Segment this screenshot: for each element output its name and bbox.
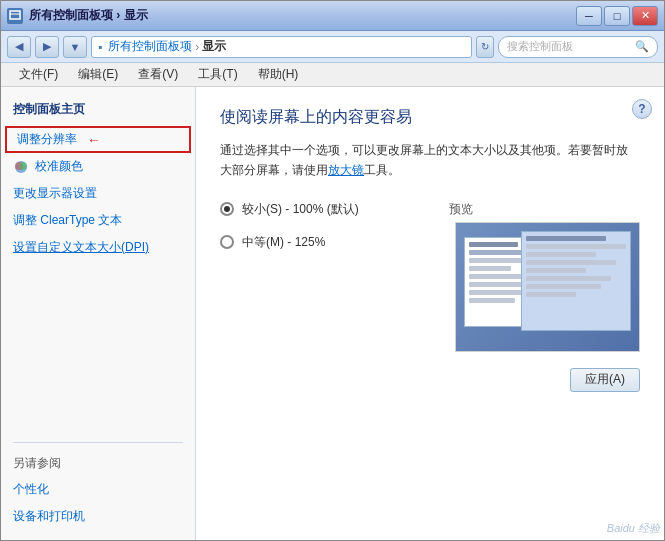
search-placeholder: 搜索控制面板 [507,39,635,54]
title-bar-left: 所有控制面板项 › 显示 [7,7,148,24]
window-controls: ─ □ ✕ [576,6,658,26]
sidebar-item-resolution[interactable]: 调整分辨率 ← [5,126,191,153]
desc-text2: 大部分屏幕，请使用 [220,163,328,177]
option-small[interactable]: 较小(S) - 100% (默认) [220,201,440,218]
sidebar-item-color[interactable]: 校准颜色 [1,153,195,180]
sidebar-also-section: 另请参阅 [1,451,195,476]
forward-button[interactable]: ▶ [35,36,59,58]
desc-text1: 通过选择其中一个选项，可以更改屏幕上的文本大小以及其他项。若要暂时放 [220,143,628,157]
option-medium[interactable]: 中等(M) - 125% [220,234,440,251]
radio-medium-circle[interactable] [220,235,234,249]
radio-small-circle[interactable] [220,202,234,216]
menu-view[interactable]: 查看(V) [130,64,186,85]
radio-group: 较小(S) - 100% (默认) 中等(M) - 125% [220,201,435,251]
menu-file[interactable]: 文件(F) [11,64,66,85]
sidebar-title: 控制面板主页 [1,97,195,126]
option-medium-label: 中等(M) - 125% [242,234,325,251]
sidebar-item-dpi[interactable]: 设置自定义文本大小(DPI) [1,234,195,261]
sidebar-personalize[interactable]: 个性化 [1,476,195,503]
path-middle[interactable]: 所有控制面板项 [108,38,192,55]
preview-container: 较小(S) - 100% (默认) 中等(M) - 125% 预览 [220,201,640,352]
path-current: 显示 [202,38,226,55]
menu-tools[interactable]: 工具(T) [190,64,245,85]
apply-row: 应用(A) [220,368,640,392]
preview-image [455,222,640,352]
watermark: Baidu 经验 [607,521,660,536]
dropdown-button[interactable]: ▼ [63,36,87,58]
search-box[interactable]: 搜索控制面板 🔍 [498,36,658,58]
sidebar-item-monitor[interactable]: 更改显示器设置 [1,180,195,207]
apply-button[interactable]: 应用(A) [570,368,640,392]
option-small-label: 较小(S) - 100% (默认) [242,201,359,218]
window-icon [7,8,23,24]
sidebar-dpi-label: 设置自定义文本大小(DPI) [13,239,149,256]
address-path: ▪ 所有控制面板项 › 显示 [91,36,472,58]
arrow-icon: ← [87,132,101,148]
content-description: 通过选择其中一个选项，可以更改屏幕上的文本大小以及其他项。若要暂时放 大部分屏幕… [220,140,640,181]
title-text: 所有控制面板项 › 显示 [29,7,148,24]
minimize-button[interactable]: ─ [576,6,602,26]
svg-point-4 [19,162,27,170]
sidebar-color-label: 校准颜色 [35,158,83,175]
address-bar: ◀ ▶ ▼ ▪ 所有控制面板项 › 显示 ↻ 搜索控制面板 🔍 [1,31,664,63]
path-separator: › [195,40,199,54]
path-icon: ▪ [98,40,102,54]
back-button[interactable]: ◀ [7,36,31,58]
menu-help[interactable]: 帮助(H) [250,64,307,85]
sidebar-devices[interactable]: 设备和打印机 [1,503,195,530]
main-content: 控制面板主页 调整分辨率 ← 校准颜色 更改显示器设置 [1,87,664,540]
desc-link[interactable]: 放大镜 [328,163,364,177]
refresh-button[interactable]: ↻ [476,36,494,58]
title-bar: 所有控制面板项 › 显示 ─ □ ✕ [1,1,664,31]
search-icon[interactable]: 🔍 [635,40,649,53]
sidebar: 控制面板主页 调整分辨率 ← 校准颜色 更改显示器设置 [1,87,196,540]
svg-rect-0 [10,11,20,19]
content-title: 使阅读屏幕上的内容更容易 [220,107,640,128]
sidebar-cleartype-label: 调整 ClearType 文本 [13,212,122,229]
preview-page-front [521,231,631,331]
sidebar-monitor-label: 更改显示器设置 [13,185,97,202]
maximize-button[interactable]: □ [604,6,630,26]
sidebar-resolution-label: 调整分辨率 [17,131,77,148]
menu-bar: 文件(F) 编辑(E) 查看(V) 工具(T) 帮助(H) [1,63,664,87]
content-panel: ? 使阅读屏幕上的内容更容易 通过选择其中一个选项，可以更改屏幕上的文本大小以及… [196,87,664,540]
sidebar-divider [13,442,183,443]
main-window: 所有控制面板项 › 显示 ─ □ ✕ ◀ ▶ ▼ ▪ 所有控制面板项 › 显示 … [0,0,665,541]
desc-text3: 工具。 [364,163,400,177]
preview-label: 预览 [449,201,473,218]
help-icon[interactable]: ? [632,99,652,119]
menu-edit[interactable]: 编辑(E) [70,64,126,85]
close-button[interactable]: ✕ [632,6,658,26]
color-calibrate-icon [13,159,29,175]
sidebar-item-cleartype[interactable]: 调整 ClearType 文本 [1,207,195,234]
